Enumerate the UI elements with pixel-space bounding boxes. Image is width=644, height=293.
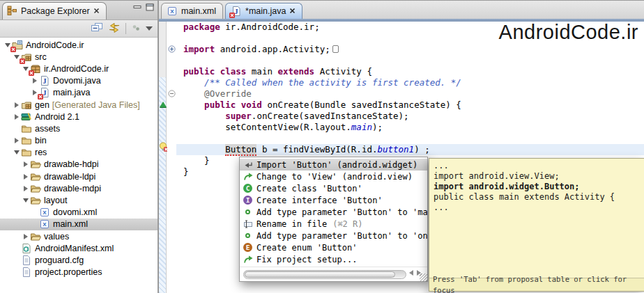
editor-body[interactable]: package ir.AndroidCode.ir;import android…: [159, 22, 644, 293]
close-icon[interactable]: [289, 6, 296, 16]
resize-grip-icon[interactable]: [420, 274, 427, 281]
code-line: [176, 55, 644, 66]
editor-tab-main-java[interactable]: J*main.java: [225, 3, 302, 19]
tree-item-android-2-1[interactable]: Android 2.1: [0, 111, 158, 122]
tree-item-label: values: [44, 232, 69, 241]
tree-item-drawable-mdpi[interactable]: drawable-mdpi: [0, 182, 158, 194]
tree-item-label: drawable-ldpi: [44, 172, 95, 182]
quickfix-item-create-enum-button[interactable]: ECreate enum 'Button': [240, 241, 427, 253]
quickdiff-hatch: [159, 77, 166, 293]
code-text[interactable]: package ir.AndroidCode.ir;import android…: [176, 22, 644, 177]
chevron-down-icon[interactable]: [21, 198, 30, 203]
tab-label: *main.java: [245, 6, 286, 16]
ofolder-icon: [30, 183, 41, 194]
quickfix-item-import-button-android-widget[interactable]: Import 'Button' (android.widget): [240, 159, 427, 171]
quickfix-item-create-interface-button[interactable]: ICreate interface 'Button': [240, 194, 427, 206]
quickfix-label: Add type parameter 'Button' to 'onCreate…: [256, 230, 427, 241]
chevron-right-icon[interactable]: [21, 161, 30, 167]
link-with-editor-icon[interactable]: [108, 22, 121, 35]
quickfix-item-rename-in-file[interactable]: Rename in file(⌘2 R): [240, 218, 427, 230]
chevron-right-icon[interactable]: [30, 78, 39, 84]
annotation-ruler[interactable]: [159, 22, 167, 293]
editor-tabstrip: Xmain.xmlJ*main.java: [159, 1, 644, 19]
error-badge-icon: [20, 58, 25, 64]
tree-item-gen[interactable]: gen[Generated Java Files]: [0, 99, 158, 111]
tree-item-label: ir.AndroidCode.ir: [44, 64, 109, 74]
tree-item-label: dovomi.xml: [53, 207, 97, 217]
tab-package-explorer[interactable]: Package Explorer: [2, 2, 107, 19]
tree-item-label: main.java: [53, 88, 91, 97]
tree-item-label: proguard.cfg: [35, 255, 84, 265]
range-indicator-icon: [160, 102, 167, 107]
fold-expand-icon[interactable]: [168, 45, 176, 53]
scroll-left-icon[interactable]: [409, 270, 413, 276]
proposal-preview-panel[interactable]: ...import android.view.View;import andro…: [429, 158, 644, 292]
quickfix-item-add-type-parameter-button-to-o[interactable]: Add type parameter 'Button' to 'onCreate…: [240, 230, 427, 241]
ofolder-icon: [30, 231, 41, 242]
quickfix-list: Import 'Button' (android.widget)Change t…: [240, 157, 427, 267]
quickfix-item-change-to-view-android-view[interactable]: Change to 'View' (android.view): [240, 171, 427, 182]
package-icon: [30, 63, 41, 74]
param-icon: [243, 209, 253, 214]
tree-item-label: res: [35, 148, 47, 157]
tree-item-ir-androidcode-ir[interactable]: ir.AndroidCode.ir: [0, 63, 158, 74]
tree-item-bin[interactable]: bin: [0, 135, 158, 147]
folding-gutter[interactable]: [167, 22, 176, 293]
chevron-right-icon[interactable]: [12, 114, 21, 120]
tree-item-note: [Generated Java Files]: [52, 100, 140, 110]
fold-collapse-icon[interactable]: [168, 90, 176, 97]
xml-file-icon: X: [167, 6, 178, 17]
close-icon[interactable]: [93, 6, 100, 16]
collapsed-region-icon[interactable]: [332, 45, 339, 53]
tree-item-main-java[interactable]: Jmain.java: [0, 87, 158, 99]
editor-tab-main-xml[interactable]: Xmain.xml: [161, 3, 223, 19]
chevron-right-icon[interactable]: [21, 174, 30, 180]
tree-item-res[interactable]: res: [0, 147, 158, 159]
param-icon: [243, 233, 253, 238]
shortcut-hint: (⌘2 R): [332, 219, 362, 230]
class-icon: C: [243, 184, 253, 193]
tree-item-values[interactable]: values: [0, 230, 158, 242]
tree-item-dovomi-xml[interactable]: Xdovomi.xml: [0, 207, 158, 219]
tree-item-assets[interactable]: assets: [0, 122, 158, 134]
error-badge-icon: [38, 94, 43, 100]
chevron-right-icon[interactable]: [12, 102, 21, 108]
project-tree: AndroidCode.irsrcir.AndroidCode.irJDovom…: [0, 38, 158, 293]
svg-text:X: X: [170, 8, 174, 15]
folder-icon: [21, 135, 32, 146]
scrollbar-thumb[interactable]: [245, 271, 395, 278]
project-icon: [12, 40, 23, 51]
chevron-right-icon[interactable]: [21, 186, 30, 191]
tree-item-label: main.xml: [53, 219, 88, 229]
chevron-right-icon[interactable]: [12, 138, 21, 143]
code-line: import android.app.Activity;: [176, 44, 644, 55]
chevron-down-icon[interactable]: [12, 150, 21, 155]
tree-item-proguard-cfg[interactable]: proguard.cfg: [0, 254, 158, 266]
quickfix-scrollbar-row: [240, 267, 427, 281]
collapse-all-icon[interactable]: [91, 22, 103, 35]
quickfix-item-add-type-parameter-button-to-m[interactable]: Add type parameter 'Button' to 'main': [240, 206, 427, 218]
minimize-icon[interactable]: [133, 3, 141, 11]
tree-item-src[interactable]: src: [0, 51, 158, 63]
focus-dots-icon[interactable]: [131, 22, 141, 35]
tree-item-layout[interactable]: layout: [0, 194, 158, 206]
code-line: Button b = findViewById(R.id.button1) ;: [176, 144, 644, 155]
tree-item-drawable-ldpi[interactable]: drawable-ldpi: [0, 171, 158, 182]
horizontal-scrollbar[interactable]: [243, 270, 406, 279]
quickfix-item-fix-project-setup[interactable]: Fix project setup...: [240, 253, 427, 265]
code-line: super.onCreate(savedInstanceState);: [176, 111, 644, 122]
view-menu-icon[interactable]: [146, 26, 153, 31]
maximize-icon[interactable]: [146, 3, 154, 11]
file-icon: [21, 267, 32, 278]
tree-item-main-xml[interactable]: Xmain.xml: [0, 219, 158, 230]
code-line: setContentView(R.layout.main);: [176, 122, 644, 133]
preview-status-bar: Press 'Tab' from proposal table or click…: [429, 278, 644, 291]
tree-item-androidcode-ir[interactable]: AndroidCode.ir: [0, 39, 158, 51]
quickfix-item-create-class-button[interactable]: CCreate class 'Button': [240, 182, 427, 194]
tree-item-drawable-hdpi[interactable]: drawable-hdpi: [0, 159, 158, 171]
tree-item-project-properties[interactable]: project.properties: [0, 267, 158, 278]
tree-item-dovomi-java[interactable]: JDovomi.java: [0, 75, 158, 87]
java-icon: J: [39, 87, 50, 98]
tree-item-androidmanifest-xml[interactable]: AndroidManifest.xml: [0, 242, 158, 254]
chevron-right-icon[interactable]: [21, 234, 30, 239]
